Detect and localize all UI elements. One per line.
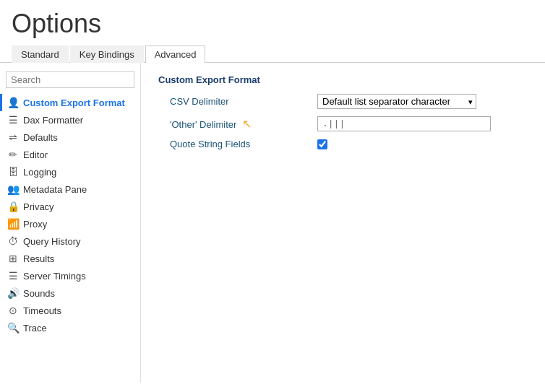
sidebar-item-label: Editor — [23, 149, 48, 160]
csv-delimiter-control: Default list separator character Comma S… — [317, 94, 528, 109]
sidebar-item-label: Logging — [23, 167, 56, 178]
other-delimiter-label-text: 'Other' Delimiter — [170, 119, 236, 130]
sidebar-item-dax-formatter[interactable]: ☰ Dax Formatter — [0, 111, 140, 129]
other-delimiter-row: 'Other' Delimiter ↖ — [158, 116, 528, 131]
sidebar-item-label: Results — [23, 253, 54, 264]
sidebar-item-label: Defaults — [23, 132, 58, 143]
sound-icon: 🔊 — [7, 287, 19, 299]
sidebar-item-label: Query History — [23, 236, 80, 247]
sidebar: 👤 Custom Export Format ☰ Dax Formatter ⇌… — [0, 63, 141, 383]
metadata-icon: 👥 — [7, 183, 19, 195]
sidebar-item-sounds[interactable]: 🔊 Sounds — [0, 284, 140, 302]
sidebar-item-custom-export-format[interactable]: 👤 Custom Export Format — [0, 94, 140, 111]
sidebar-item-label: Dax Formatter — [23, 115, 83, 126]
other-delimiter-control — [317, 116, 528, 131]
section-title: Custom Export Format — [158, 74, 528, 85]
list-icon: ☰ — [7, 114, 19, 126]
quote-string-fields-label: Quote String Fields — [158, 139, 317, 149]
main-panel: Custom Export Format CSV Delimiter Defau… — [141, 63, 545, 383]
sidebar-item-label: Proxy — [23, 219, 47, 230]
csv-delimiter-select[interactable]: Default list separator character Comma S… — [317, 94, 476, 109]
server-icon: ☰ — [7, 270, 19, 282]
content-area: 👤 Custom Export Format ☰ Dax Formatter ⇌… — [0, 63, 545, 383]
cursor-arrow-icon: ↖ — [242, 117, 252, 131]
person-icon: 👤 — [7, 97, 19, 108]
sidebar-item-results[interactable]: ⊞ Results — [0, 250, 140, 267]
sidebar-item-label: Timeouts — [23, 305, 61, 316]
tab-standard[interactable]: Standard — [12, 45, 69, 63]
tab-key-bindings[interactable]: Key Bindings — [70, 45, 144, 63]
csv-delimiter-select-wrapper: Default list separator character Comma S… — [317, 94, 476, 109]
tabs-bar: Standard Key Bindings Advanced — [0, 45, 545, 63]
other-delimiter-label: 'Other' Delimiter ↖ — [158, 117, 317, 131]
trace-search-icon: 🔍 — [7, 322, 19, 334]
sidebar-item-query-history[interactable]: ⏱ Query History — [0, 232, 140, 250]
csv-delimiter-row: CSV Delimiter Default list separator cha… — [158, 94, 528, 109]
sidebar-item-server-timings[interactable]: ☰ Server Timings — [0, 267, 140, 284]
sidebar-item-label: Metadata Pane — [23, 184, 87, 195]
quote-string-fields-row: Quote String Fields — [158, 139, 528, 149]
log-icon: 🗄 — [7, 166, 19, 178]
sidebar-item-defaults[interactable]: ⇌ Defaults — [0, 129, 140, 146]
tab-advanced[interactable]: Advanced — [145, 45, 206, 63]
sidebar-item-editor[interactable]: ✏ Editor — [0, 146, 140, 163]
edit-icon: ✏ — [7, 149, 19, 160]
timeout-icon: ⊙ — [7, 305, 19, 316]
sidebar-item-label: Privacy — [23, 201, 54, 212]
defaults-icon: ⇌ — [7, 131, 19, 143]
clock-icon: ⏱ — [7, 235, 19, 247]
sidebar-item-metadata-pane[interactable]: 👥 Metadata Pane — [0, 180, 140, 198]
page-title: Options — [0, 0, 545, 45]
other-delimiter-input[interactable] — [317, 116, 491, 131]
sidebar-item-label: Sounds — [23, 288, 55, 299]
sidebar-item-label: Custom Export Format — [23, 97, 125, 108]
sidebar-item-trace[interactable]: 🔍 Trace — [0, 319, 140, 336]
search-input[interactable] — [6, 71, 134, 88]
sidebar-item-logging[interactable]: 🗄 Logging — [0, 163, 140, 180]
sidebar-item-privacy[interactable]: 🔒 Privacy — [0, 198, 140, 215]
lock-icon: 🔒 — [7, 201, 19, 212]
sidebar-item-timeouts[interactable]: ⊙ Timeouts — [0, 302, 140, 319]
quote-string-fields-checkbox[interactable] — [317, 139, 327, 149]
grid-icon: ⊞ — [7, 253, 19, 264]
sidebar-item-proxy[interactable]: 📶 Proxy — [0, 215, 140, 232]
sidebar-item-label: Trace — [23, 323, 47, 334]
quote-string-fields-control — [317, 139, 528, 149]
csv-delimiter-label: CSV Delimiter — [158, 96, 317, 107]
sidebar-item-label: Server Timings — [23, 271, 86, 282]
wifi-icon: 📶 — [7, 218, 19, 230]
